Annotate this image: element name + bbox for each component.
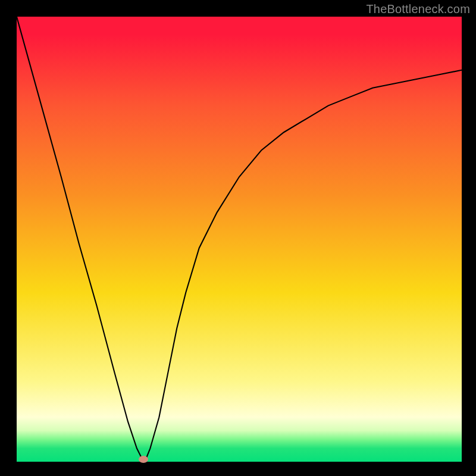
attribution-label: TheBottleneck.com [366,2,470,16]
plot-area [17,17,462,462]
curve-svg [17,17,462,462]
chart-container: TheBottleneck.com [0,0,476,476]
bottleneck-curve [17,17,462,459]
optimal-point-marker [139,456,148,463]
